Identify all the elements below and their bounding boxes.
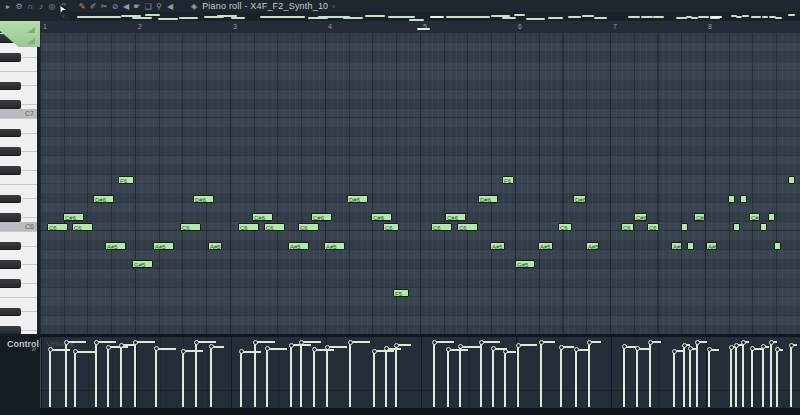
velocity-stem[interactable] <box>155 348 157 407</box>
tools-wrench-icon[interactable]: ⚙ <box>14 1 24 12</box>
black-key[interactable] <box>0 100 21 108</box>
velocity-dot[interactable] <box>325 345 330 350</box>
midi-note[interactable]: C6 <box>558 223 572 231</box>
velocity-dot[interactable] <box>119 343 124 348</box>
velocity-stem[interactable] <box>689 348 691 407</box>
velocity-dot[interactable] <box>789 343 794 348</box>
velocity-stem[interactable] <box>266 348 268 407</box>
velocity-stem[interactable] <box>762 346 764 407</box>
velocity-dot[interactable] <box>181 349 186 354</box>
velocity-dot[interactable] <box>446 347 451 352</box>
midi-note[interactable] <box>687 242 694 250</box>
velocity-dot[interactable] <box>372 349 377 354</box>
speaker-mute-icon[interactable]: ◀ <box>121 1 131 12</box>
midi-note[interactable]: G#5 <box>132 260 153 268</box>
midi-note[interactable]: C#6 <box>63 213 84 221</box>
black-key[interactable] <box>0 213 21 221</box>
velocity-stem[interactable] <box>240 351 242 407</box>
velocity-stem[interactable] <box>735 344 737 407</box>
velocity-stem[interactable] <box>696 341 698 407</box>
black-key[interactable] <box>0 166 21 174</box>
velocity-dot[interactable] <box>194 340 199 345</box>
velocity-dot[interactable] <box>106 345 111 350</box>
c-key-label-row[interactable]: C6 <box>0 222 37 231</box>
select-icon[interactable]: ❏ <box>143 1 153 12</box>
midi-note[interactable]: F6 <box>502 176 514 184</box>
midi-note[interactable] <box>788 176 795 184</box>
midi-note[interactable]: A#5 <box>706 242 717 250</box>
midi-note[interactable]: F5 <box>393 289 409 297</box>
black-key[interactable] <box>0 279 21 287</box>
velocity-dot[interactable] <box>432 340 437 345</box>
velocity-stem[interactable] <box>120 344 122 407</box>
black-key[interactable] <box>0 242 21 250</box>
velocity-stem[interactable] <box>751 348 753 407</box>
midi-note[interactable]: A#5 <box>288 242 309 250</box>
velocity-dot[interactable] <box>729 345 734 350</box>
velocity-stem[interactable] <box>49 349 51 407</box>
black-key[interactable] <box>0 129 21 137</box>
note-grid[interactable]: C6C#6C6D#6A#5F6G#5A#5C6D#6A#5C6C#6C6A#5C… <box>40 33 800 334</box>
midi-note[interactable]: A#5 <box>153 242 174 250</box>
midi-note[interactable]: C6 <box>298 223 319 231</box>
velocity-dot[interactable] <box>94 340 99 345</box>
window-title[interactable]: Piano roll - X4F_F2_Synth_10 <box>202 1 328 11</box>
velocity-dot[interactable] <box>491 346 496 351</box>
piano-keyboard[interactable]: C7C6 <box>0 33 37 334</box>
black-key[interactable] <box>0 260 21 268</box>
black-key[interactable] <box>0 326 21 334</box>
velocity-dot[interactable] <box>734 343 739 348</box>
velocity-dot[interactable] <box>672 349 677 354</box>
midi-note[interactable]: C6 <box>457 223 478 231</box>
velocity-stem[interactable] <box>326 346 328 407</box>
velocity-stem[interactable] <box>290 344 292 407</box>
velocity-stem[interactable] <box>433 341 435 407</box>
velocity-stem[interactable] <box>623 346 625 407</box>
velocity-stem[interactable] <box>636 348 638 407</box>
velocity-dot[interactable] <box>559 345 564 350</box>
midi-note[interactable]: C6 <box>72 223 93 231</box>
velocity-stem[interactable] <box>776 349 778 407</box>
velocity-stem[interactable] <box>480 341 482 407</box>
velocity-dot[interactable] <box>516 343 521 348</box>
menu-arrow-icon[interactable]: ▸ <box>3 1 13 12</box>
midi-note[interactable]: A#5 <box>490 242 505 250</box>
velocity-dot[interactable] <box>209 344 214 349</box>
velocity-stem[interactable] <box>210 346 212 407</box>
velocity-dot[interactable] <box>503 349 508 354</box>
velocity-stem[interactable] <box>708 349 710 407</box>
midi-note[interactable]: D#6 <box>478 195 498 203</box>
midi-note[interactable]: A#5 <box>538 242 553 250</box>
midi-note[interactable]: A#5 <box>208 242 222 250</box>
velocity-dot[interactable] <box>761 344 766 349</box>
midi-note[interactable]: C6 <box>264 223 285 231</box>
velocity-stem[interactable] <box>504 351 506 407</box>
velocity-stem[interactable] <box>742 341 744 407</box>
velocity-stem[interactable] <box>74 351 76 407</box>
pattern-preview-strip[interactable] <box>70 12 800 21</box>
velocity-dot[interactable] <box>133 340 138 345</box>
midi-note[interactable]: C#6 <box>371 213 392 221</box>
velocity-dot[interactable] <box>289 343 294 348</box>
midi-note[interactable]: D#6 <box>347 195 368 203</box>
velocity-stem[interactable] <box>492 348 494 407</box>
draw-pencil-icon[interactable]: ✎ <box>77 1 87 12</box>
velocity-dot[interactable] <box>539 340 544 345</box>
black-key[interactable] <box>0 195 21 203</box>
velocity-stem[interactable] <box>588 341 590 407</box>
velocity-dot[interactable] <box>458 344 463 349</box>
midi-note[interactable] <box>774 242 781 250</box>
midi-note[interactable] <box>733 223 740 231</box>
note-options-icon[interactable]: ♪ <box>36 1 46 12</box>
velocity-stem[interactable] <box>385 348 387 407</box>
velocity-stem[interactable] <box>790 344 792 407</box>
velocity-stem[interactable] <box>575 349 577 407</box>
midi-note[interactable]: D#6 <box>193 195 214 203</box>
slice-knife-icon[interactable]: ✂ <box>99 1 109 12</box>
black-key[interactable] <box>0 53 21 61</box>
velocity-dot[interactable] <box>48 347 53 352</box>
velocity-lane[interactable]: Velocity <box>40 337 800 408</box>
velocity-stem[interactable] <box>182 350 184 407</box>
black-key[interactable] <box>0 308 21 316</box>
midi-note[interactable]: A#5 <box>324 242 345 250</box>
